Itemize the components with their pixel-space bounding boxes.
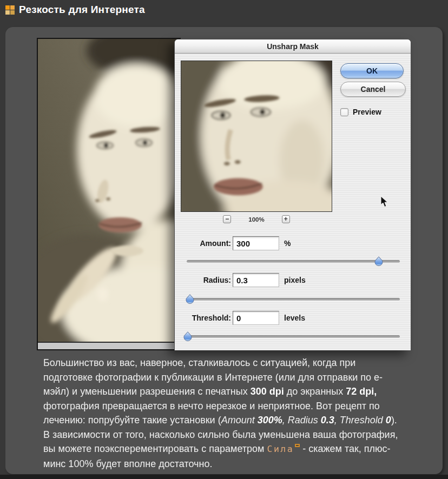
threshold-slider-handle[interactable] [183,331,192,341]
page-header: Резкость для Интернета [0,0,448,27]
zoom-in-button[interactable]: + [282,215,290,223]
amount-slider-handle[interactable] [374,256,383,266]
paragraph-run: Threshold [340,415,386,425]
cancel-button[interactable]: Cancel [340,82,406,97]
paragraph-run: 300 dpi [251,386,284,397]
unsharp-mask-dialog: Unsharp Mask [174,39,411,350]
radius-unit: pixels [284,276,306,284]
paragraph-run: , [282,415,288,425]
external-link-square-icon [295,444,300,447]
tutorial-screenshot: Unsharp Mask [37,38,411,350]
slider-track[interactable] [187,335,400,338]
threshold-unit: levels [284,314,305,322]
preview-zoom-controls: − 100% + [181,215,332,223]
amount-unit: % [284,239,291,248]
mouse-cursor-icon [380,196,388,208]
ok-button[interactable]: OK [340,63,404,78]
paragraph-run: 72 dpi, [346,386,377,397]
zoom-level: 100% [248,216,264,223]
paragraph-run: 300% [258,415,282,425]
tutorial-paragraph: Большинство из вас, наверное, сталкивало… [43,356,403,471]
radius-slider[interactable] [187,294,400,304]
threshold-label: Threshold: [175,314,231,322]
icon-square [10,10,15,15]
paragraph-run: до экранных [284,386,346,397]
radius-row: Radius: pixels [175,272,411,288]
dialog-preview-image[interactable] [181,61,332,211]
icon-square [10,5,15,10]
preview-frame [181,61,332,212]
page-title: Резкость для Интернета [19,4,145,16]
dialog-titlebar[interactable]: Unsharp Mask [175,39,411,54]
portrait-photo [38,39,180,342]
photo-window [37,38,181,350]
amount-row: Amount: % [175,236,411,251]
radius-slider-handle[interactable] [186,294,194,304]
slider-track[interactable] [187,298,400,301]
threshold-input[interactable] [233,311,279,325]
amount-input[interactable] [233,236,279,250]
photo-window-statusbar [38,342,180,349]
orange-squares-icon [5,5,15,15]
content-panel: Unsharp Mask [5,27,443,474]
preview-option: Preview [340,108,381,116]
zoom-out-button[interactable]: − [223,215,231,223]
bottom-strip [0,475,448,479]
paragraph-run: Radius [288,415,321,425]
paragraph-run: , [334,415,340,425]
dialog-title: Unsharp Mask [267,42,319,51]
preview-checkbox[interactable] [340,108,348,116]
paragraph-run: 0.3 [321,415,334,425]
threshold-row: Threshold: levels [175,310,411,325]
icon-square [5,5,10,10]
slider-track[interactable] [187,260,400,263]
radius-input[interactable] [233,273,279,287]
amount-label: Amount: [175,239,231,248]
radius-label: Radius: [175,276,231,284]
amount-slider[interactable] [187,256,400,267]
paragraph-run: Amount [221,415,258,425]
icon-square [5,10,10,15]
sila-link[interactable]: Сила [267,444,294,454]
threshold-slider[interactable] [187,331,400,342]
preview-checkbox-label: Preview [353,108,381,116]
paragraph-run: 0 [386,415,391,425]
